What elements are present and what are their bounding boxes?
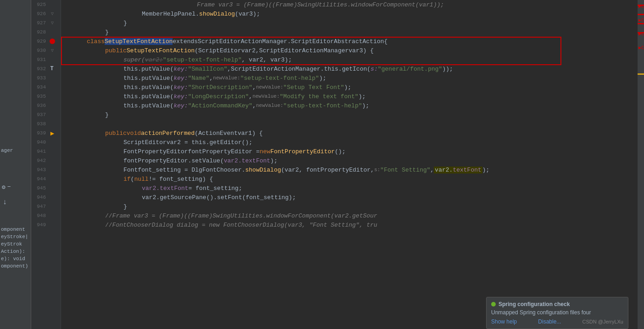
minus-icon[interactable]: − [7, 184, 11, 191]
code-line-937: } [65, 110, 638, 119]
code-line-931: super(var2: "setup-text-font-help", var2… [65, 55, 638, 64]
line-row-949: 949 [31, 220, 61, 229]
down-arrow-icon[interactable]: ↓ [0, 197, 31, 207]
gear-icon[interactable]: ⚙ [2, 184, 6, 191]
line-row-939: 939 ▶ [31, 128, 61, 138]
code-line-945: var2.textFont = font_setting; [65, 184, 638, 193]
code-line-933: this.putValue( key: "Name", newValue: "s… [65, 73, 638, 83]
fold-icon-937 [49, 111, 56, 118]
line-row-936: 936 [31, 101, 61, 110]
line-num-935: 935 [31, 94, 49, 99]
line-num-926: 926 [31, 11, 49, 17]
code-line-938 [65, 119, 638, 128]
line-row-947: 947 [31, 202, 61, 211]
line-num-940: 940 [31, 139, 49, 145]
notification-source: CSDN @JerryLXu [582, 319, 623, 324]
line-num-930: 930 [31, 48, 49, 53]
fold-icon-930[interactable]: ▽ [49, 47, 56, 54]
fold-icon-949 [49, 221, 56, 229]
line-row-925: 925 [31, 0, 61, 9]
show-help-link[interactable]: Show help [491, 318, 517, 325]
line-row-942: 942 [31, 156, 61, 165]
spring-icon [491, 302, 496, 307]
structure-panel: ager ⚙ − ↓ omponent eyStroke| eyStrok Ac… [0, 0, 31, 329]
code-line-930: public SetupTextFontAction(ScriptEditor … [65, 46, 638, 55]
line-num-931: 931 [31, 57, 49, 62]
fold-icon-931 [49, 56, 56, 63]
line-num-936: 936 [31, 103, 49, 108]
type-marker-932: T [49, 65, 55, 72]
fold-icon-933 [49, 74, 56, 82]
fold-icon-940 [49, 139, 56, 146]
fold-icon-948 [49, 212, 56, 219]
line-num-943: 943 [31, 167, 49, 173]
fold-icon-936 [49, 102, 56, 109]
code-line-949: // FontChooserDialog dialog = new FontCh… [65, 220, 638, 229]
line-row-931: 931 [31, 55, 61, 64]
code-line-928: } [65, 28, 638, 37]
fold-icon-943 [49, 166, 56, 173]
fold-icon-941 [49, 148, 56, 155]
code-line-948: // Frame var3 = (Frame)((Frame)SwingUtil… [65, 211, 638, 220]
panel-item-keystroke1: eyStroke| [0, 233, 31, 240]
code-line-939: public void actionPerformed(ActionEvent … [65, 128, 638, 138]
right-arrow-3: ▶C [638, 31, 644, 37]
fold-icon-944 [49, 175, 56, 183]
line-row-927: 927 ▽ [31, 18, 61, 28]
code-line-929: class SetupTextFontAction extends Script… [65, 37, 638, 46]
line-row-945: 945 [31, 184, 61, 193]
fold-icon-928 [49, 28, 56, 36]
fold-icon-934 [49, 84, 56, 91]
disable-link[interactable]: Disable... [538, 318, 561, 325]
notification-title: Spring configuration check [491, 301, 623, 307]
line-row-935: 935 [31, 92, 61, 101]
line-num-934: 934 [31, 84, 49, 90]
fold-icon-935 [49, 93, 56, 100]
line-num-942: 942 [31, 158, 49, 163]
line-row-948: 948 [31, 211, 61, 220]
line-num-947: 947 [31, 204, 49, 209]
line-num-941: 941 [31, 149, 49, 154]
fold-icon-945 [49, 184, 56, 192]
code-line-936: this.putValue( key: "ActionCommandKey", … [65, 101, 638, 110]
panel-item-ager: ager [0, 147, 31, 154]
line-num-925: 925 [31, 2, 49, 7]
line-num-933: 933 [31, 75, 49, 81]
fold-icon-942 [49, 157, 56, 164]
code-editor[interactable]: Frame var3 = (Frame)((Frame)SwingUtiliti… [61, 0, 638, 329]
editor-container: ager ⚙ − ↓ omponent eyStroke| eyStrok Ac… [0, 0, 644, 329]
line-row-926: 926 ▽ [31, 9, 61, 18]
scroll-marker-yellow [638, 73, 644, 75]
code-line-926: MemberHelpPanel.showDialog(var3); [65, 9, 638, 18]
panel-item-keystroke2: eyStrok [0, 240, 31, 248]
notification-actions: Show help Disable... CSDN @JerryLXu [491, 318, 623, 325]
line-row-941: 941 [31, 147, 61, 156]
line-row-929: 929 [31, 37, 61, 46]
line-num-932: 932 [31, 66, 49, 72]
code-line-941: FontPropertyEditor fontPropertyEditor = … [65, 147, 638, 156]
fold-icon-926[interactable]: ▽ [49, 10, 56, 17]
line-row-946: 946 [31, 193, 61, 202]
line-num-945: 945 [31, 185, 49, 191]
line-row-930: 930 ▽ [31, 46, 61, 55]
line-row-943: 943 [31, 165, 61, 174]
right-arrow-1: ▶C [638, 4, 644, 9]
breakpoint-929[interactable] [49, 38, 56, 45]
code-line-947: } [65, 202, 638, 211]
code-line-942: fontPropertyEditor.setValue(var2.textFon… [65, 156, 638, 165]
line-row-940: 940 [31, 138, 61, 147]
notification-popup: Spring configuration check Unmapped Spri… [486, 297, 628, 329]
panel-item-action: Action): [0, 248, 31, 255]
fold-icon-927[interactable]: ▽ [49, 19, 56, 27]
line-num-944: 944 [31, 176, 49, 182]
code-line-940: ScriptEditor var2 = this.getEditor(); [65, 138, 638, 147]
line-num-929: 929 [31, 39, 49, 44]
line-row-937: 937 [31, 110, 61, 119]
line-num-946: 946 [31, 195, 49, 200]
line-row-928: 928 [31, 28, 61, 37]
line-num-939: 939 [31, 130, 49, 136]
fold-icon-925[interactable] [49, 1, 56, 8]
panel-item-void: e): void [0, 255, 31, 262]
code-lines: Frame var3 = (Frame)((Frame)SwingUtiliti… [61, 0, 638, 229]
right-scroll-gutter[interactable]: ▶C ▶C ▶C ▶C [638, 0, 644, 329]
